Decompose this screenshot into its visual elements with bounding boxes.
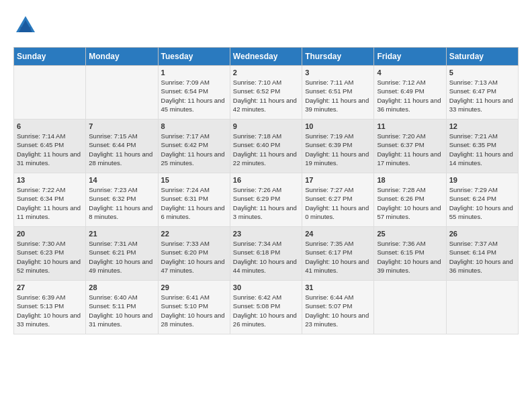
calendar-cell: 28Sunrise: 6:40 AM Sunset: 5:11 PM Dayli… [86,281,158,334]
day-number: 2 [233,68,299,77]
day-content: Sunrise: 7:37 AM Sunset: 6:14 PM Dayligh… [449,239,515,275]
day-number: 13 [17,176,83,184]
day-content: Sunrise: 6:44 AM Sunset: 5:07 PM Dayligh… [305,293,371,328]
day-content: Sunrise: 7:20 AM Sunset: 6:37 PM Dayligh… [377,132,443,167]
day-number: 14 [89,176,154,184]
day-number: 31 [305,283,371,291]
calendar-cell: 21Sunrise: 7:31 AM Sunset: 6:21 PM Dayli… [86,227,158,281]
day-number: 15 [161,176,227,184]
day-number: 5 [449,68,515,77]
day-content: Sunrise: 6:40 AM Sunset: 5:11 PM Dayligh… [89,293,154,328]
day-content: Sunrise: 7:15 AM Sunset: 6:44 PM Dayligh… [89,132,154,167]
day-content: Sunrise: 7:35 AM Sunset: 6:17 PM Dayligh… [305,239,371,275]
calendar-cell: 12Sunrise: 7:21 AM Sunset: 6:35 PM Dayli… [446,120,518,173]
day-header-friday: Friday [374,48,446,66]
calendar-cell: 5Sunrise: 7:13 AM Sunset: 6:47 PM Daylig… [446,66,518,120]
day-content: Sunrise: 7:11 AM Sunset: 6:51 PM Dayligh… [305,78,371,113]
calendar-cell [374,281,446,334]
day-number: 18 [377,176,443,184]
day-content: Sunrise: 7:31 AM Sunset: 6:21 PM Dayligh… [89,239,154,275]
calendar-week-row: 13Sunrise: 7:22 AM Sunset: 6:34 PM Dayli… [14,173,519,227]
calendar-cell: 26Sunrise: 7:37 AM Sunset: 6:14 PM Dayli… [446,227,518,281]
calendar-cell: 10Sunrise: 7:19 AM Sunset: 6:39 PM Dayli… [302,120,374,173]
day-number: 4 [377,68,443,77]
day-number: 27 [17,283,83,291]
calendar-cell [14,66,86,120]
calendar-cell: 15Sunrise: 7:24 AM Sunset: 6:31 PM Dayli… [158,173,230,227]
day-content: Sunrise: 7:13 AM Sunset: 6:47 PM Dayligh… [449,78,515,113]
day-content: Sunrise: 6:42 AM Sunset: 5:08 PM Dayligh… [233,293,299,328]
calendar-cell: 2Sunrise: 7:10 AM Sunset: 6:52 PM Daylig… [230,66,302,120]
day-number: 10 [305,122,371,130]
day-content: Sunrise: 7:17 AM Sunset: 6:42 PM Dayligh… [161,132,227,167]
day-content: Sunrise: 7:27 AM Sunset: 6:27 PM Dayligh… [305,185,371,221]
day-content: Sunrise: 7:09 AM Sunset: 6:54 PM Dayligh… [161,78,227,113]
day-content: Sunrise: 7:36 AM Sunset: 6:15 PM Dayligh… [377,239,443,275]
day-content: Sunrise: 6:39 AM Sunset: 5:13 PM Dayligh… [17,293,83,328]
calendar-cell: 16Sunrise: 7:26 AM Sunset: 6:29 PM Dayli… [230,173,302,227]
day-content: Sunrise: 7:23 AM Sunset: 6:32 PM Dayligh… [89,185,154,221]
page-header [13,13,519,40]
logo [13,13,40,40]
calendar-cell: 6Sunrise: 7:14 AM Sunset: 6:45 PM Daylig… [14,120,86,173]
day-number: 6 [17,122,83,130]
day-content: Sunrise: 7:10 AM Sunset: 6:52 PM Dayligh… [233,78,299,113]
day-header-saturday: Saturday [446,48,518,66]
day-content: Sunrise: 7:26 AM Sunset: 6:29 PM Dayligh… [233,185,299,221]
calendar-cell: 18Sunrise: 7:28 AM Sunset: 6:26 PM Dayli… [374,173,446,227]
calendar-cell: 4Sunrise: 7:12 AM Sunset: 6:49 PM Daylig… [374,66,446,120]
calendar-cell: 20Sunrise: 7:30 AM Sunset: 6:23 PM Dayli… [14,227,86,281]
day-number: 23 [233,230,299,238]
day-content: Sunrise: 6:41 AM Sunset: 5:10 PM Dayligh… [161,293,227,328]
calendar-cell [86,66,158,120]
day-header-sunday: Sunday [14,48,86,66]
day-content: Sunrise: 7:30 AM Sunset: 6:23 PM Dayligh… [17,239,83,275]
svg-rect-2 [20,27,31,32]
calendar-cell: 9Sunrise: 7:18 AM Sunset: 6:40 PM Daylig… [230,120,302,173]
calendar-week-row: 20Sunrise: 7:30 AM Sunset: 6:23 PM Dayli… [14,227,519,281]
calendar-header-row: SundayMondayTuesdayWednesdayThursdayFrid… [14,48,519,66]
day-content: Sunrise: 7:24 AM Sunset: 6:31 PM Dayligh… [161,185,227,221]
day-number: 28 [89,283,154,291]
calendar-cell: 25Sunrise: 7:36 AM Sunset: 6:15 PM Dayli… [374,227,446,281]
day-header-monday: Monday [86,48,158,66]
day-content: Sunrise: 7:29 AM Sunset: 6:24 PM Dayligh… [449,185,515,221]
day-header-tuesday: Tuesday [158,48,230,66]
calendar-cell: 31Sunrise: 6:44 AM Sunset: 5:07 PM Dayli… [302,281,374,334]
day-number: 25 [377,230,443,238]
day-content: Sunrise: 7:33 AM Sunset: 6:20 PM Dayligh… [161,239,227,275]
day-content: Sunrise: 7:34 AM Sunset: 6:18 PM Dayligh… [233,239,299,275]
calendar-cell: 24Sunrise: 7:35 AM Sunset: 6:17 PM Dayli… [302,227,374,281]
day-number: 22 [161,230,227,238]
logo-graphic [13,13,38,40]
day-number: 29 [161,283,227,291]
day-header-wednesday: Wednesday [230,48,302,66]
calendar-week-row: 6Sunrise: 7:14 AM Sunset: 6:45 PM Daylig… [14,120,519,173]
day-number: 9 [233,122,299,130]
calendar-table: SundayMondayTuesdayWednesdayThursdayFrid… [13,47,519,334]
day-number: 12 [449,122,515,130]
day-number: 8 [161,122,227,130]
day-number: 11 [377,122,443,130]
calendar-cell: 22Sunrise: 7:33 AM Sunset: 6:20 PM Dayli… [158,227,230,281]
day-number: 19 [449,176,515,184]
calendar-cell: 23Sunrise: 7:34 AM Sunset: 6:18 PM Dayli… [230,227,302,281]
day-number: 3 [305,68,371,77]
calendar-cell: 7Sunrise: 7:15 AM Sunset: 6:44 PM Daylig… [86,120,158,173]
day-number: 1 [161,68,227,77]
day-number: 7 [89,122,154,130]
calendar-week-row: 27Sunrise: 6:39 AM Sunset: 5:13 PM Dayli… [14,281,519,334]
calendar-cell: 13Sunrise: 7:22 AM Sunset: 6:34 PM Dayli… [14,173,86,227]
day-content: Sunrise: 7:19 AM Sunset: 6:39 PM Dayligh… [305,132,371,167]
calendar-cell: 17Sunrise: 7:27 AM Sunset: 6:27 PM Dayli… [302,173,374,227]
day-number: 26 [449,230,515,238]
day-number: 30 [233,283,299,291]
calendar-cell: 29Sunrise: 6:41 AM Sunset: 5:10 PM Dayli… [158,281,230,334]
day-number: 21 [89,230,154,238]
day-number: 24 [305,230,371,238]
calendar-cell: 3Sunrise: 7:11 AM Sunset: 6:51 PM Daylig… [302,66,374,120]
day-content: Sunrise: 7:12 AM Sunset: 6:49 PM Dayligh… [377,78,443,113]
calendar-week-row: 1Sunrise: 7:09 AM Sunset: 6:54 PM Daylig… [14,66,519,120]
day-content: Sunrise: 7:21 AM Sunset: 6:35 PM Dayligh… [449,132,515,167]
day-number: 17 [305,176,371,184]
